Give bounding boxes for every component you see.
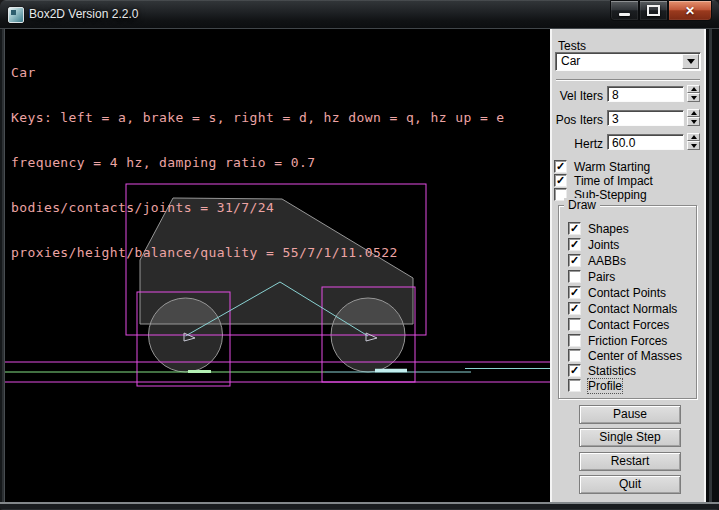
simulation-canvas[interactable]: Car Keys: left = a, brake = s, right = d… <box>5 29 550 502</box>
checkbox-label[interactable]: Contact Forces <box>588 318 669 332</box>
spin-up-icon <box>691 87 697 91</box>
minimize-icon <box>619 13 630 16</box>
chevron-down-icon <box>687 59 695 64</box>
maximize-button[interactable] <box>639 0 668 21</box>
checkbox-statistics[interactable]: ✓ Statistics <box>568 364 636 377</box>
vel-iters-label: Vel Iters <box>552 89 603 103</box>
checkbox-friction-forces[interactable]: Friction Forces <box>568 334 667 347</box>
stats-line-bodies: bodies/contacts/joints = 31/7/24 <box>11 200 505 215</box>
hertz-label: Hertz <box>552 137 603 151</box>
checkbox-box[interactable]: ✓ <box>568 238 581 251</box>
hertz-spinner <box>687 133 700 150</box>
tests-dropdown-button[interactable] <box>682 54 699 69</box>
checkbox-box[interactable]: ✓ <box>554 160 567 173</box>
single-step-button[interactable]: Single Step <box>579 428 681 447</box>
checkbox-label[interactable]: Pairs <box>588 270 615 284</box>
pos-iters-input[interactable]: 3 <box>607 110 684 126</box>
stats-line-proxies: proxies/height/balance/quality = 55/7/1/… <box>11 245 505 260</box>
checkbox-label[interactable]: Joints <box>588 238 619 252</box>
checkbox-label[interactable]: Statistics <box>588 364 636 378</box>
checkbox-box[interactable]: ✓ <box>568 254 581 267</box>
control-panel: Tests Car Vel Iters 8 Pos Iters 3 Hertz … <box>550 29 706 502</box>
checkbox-contact-points[interactable]: ✓ Contact Points <box>568 286 666 299</box>
checkbox-box[interactable]: ✓ <box>554 174 567 187</box>
maximize-icon <box>647 5 660 16</box>
close-button[interactable]: ✕ <box>668 0 712 21</box>
checkbox-box[interactable]: ✓ <box>568 222 581 235</box>
checkbox-center-of-masses[interactable]: Center of Masses <box>568 349 682 362</box>
checkbox-label[interactable]: Warm Starting <box>574 160 650 174</box>
checkbox-box[interactable] <box>568 379 581 392</box>
checkbox-label[interactable]: Friction Forces <box>588 334 667 348</box>
window-border-right <box>706 29 719 502</box>
app-icon <box>8 7 24 23</box>
checkbox-label[interactable]: Shapes <box>588 222 629 236</box>
spin-down-icon <box>691 144 697 148</box>
vel-iters-spin-down[interactable] <box>687 93 700 102</box>
restart-button[interactable]: Restart <box>579 452 681 471</box>
checkbox-label[interactable]: Contact Points <box>588 286 666 300</box>
checkbox-label[interactable]: Profile <box>588 379 622 393</box>
checkbox-box[interactable] <box>568 270 581 283</box>
separator <box>556 79 700 81</box>
checkbox-box[interactable] <box>568 349 581 362</box>
spin-down-icon <box>691 120 697 124</box>
checkbox-label[interactable]: Center of Masses <box>588 349 682 363</box>
vel-iters-spinner <box>687 85 700 102</box>
window-title: Box2D Version 2.2.0 <box>29 7 138 21</box>
stats-line-title: Car <box>11 65 505 80</box>
pause-button[interactable]: Pause <box>579 405 681 424</box>
title-bar[interactable]: Box2D Version 2.2.0 ✕ <box>0 0 719 29</box>
box2d-window: Box2D Version 2.2.0 ✕ <box>0 0 719 510</box>
checkbox-joints[interactable]: ✓ Joints <box>568 238 619 251</box>
checkbox-warm-starting[interactable]: ✓ Warm Starting <box>554 160 650 173</box>
close-icon: ✕ <box>685 5 695 17</box>
debug-statistics: Car Keys: left = a, brake = s, right = d… <box>11 35 505 290</box>
draw-group-title: Draw <box>564 198 600 212</box>
hertz-spin-down[interactable] <box>687 141 700 150</box>
vel-iters-input[interactable]: 8 <box>607 86 684 102</box>
stats-line-frequency: frequency = 4 hz, damping ratio = 0.7 <box>11 155 505 170</box>
hertz-spin-up[interactable] <box>687 133 700 141</box>
checkbox-label[interactable]: AABBs <box>588 254 626 268</box>
pos-iters-spin-down[interactable] <box>687 117 700 126</box>
checkbox-box[interactable]: ✓ <box>568 286 581 299</box>
hertz-input[interactable]: 60.0 <box>607 134 684 150</box>
tests-dropdown[interactable]: Car <box>555 52 701 71</box>
checkbox-aabbs[interactable]: ✓ AABBs <box>568 254 626 267</box>
checkbox-label[interactable]: Time of Impact <box>574 174 653 188</box>
checkbox-profile[interactable]: Profile <box>568 379 622 392</box>
quit-button[interactable]: Quit <box>579 475 681 494</box>
pos-iters-label: Pos Iters <box>552 113 603 127</box>
tests-label: Tests <box>558 39 586 53</box>
checkbox-shapes[interactable]: ✓ Shapes <box>568 222 629 235</box>
stats-line-keys: Keys: left = a, brake = s, right = d, hz… <box>11 110 505 125</box>
checkbox-box[interactable]: ✓ <box>568 364 581 377</box>
checkbox-box[interactable] <box>568 318 581 331</box>
checkbox-box[interactable]: ✓ <box>568 302 581 315</box>
checkbox-label[interactable]: Contact Normals <box>588 302 677 316</box>
vel-iters-spin-up[interactable] <box>687 85 700 93</box>
tests-dropdown-value: Car <box>561 54 580 68</box>
checkbox-time-of-impact[interactable]: ✓ Time of Impact <box>554 174 653 187</box>
minimize-button[interactable] <box>610 0 639 21</box>
pos-iters-spinner <box>687 109 700 126</box>
checkbox-pairs[interactable]: Pairs <box>568 270 615 283</box>
checkbox-contact-forces[interactable]: Contact Forces <box>568 318 669 331</box>
spin-down-icon <box>691 96 697 100</box>
spin-up-icon <box>691 111 697 115</box>
checkbox-box[interactable] <box>568 334 581 347</box>
window-border-bottom <box>0 502 719 510</box>
pos-iters-spin-up[interactable] <box>687 109 700 117</box>
checkbox-contact-normals[interactable]: ✓ Contact Normals <box>568 302 677 315</box>
spin-up-icon <box>691 135 697 139</box>
